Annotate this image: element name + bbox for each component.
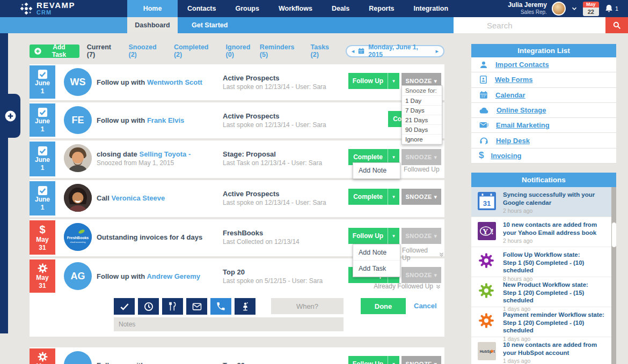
nav-item-contacts[interactable]: Contacts [178, 0, 225, 17]
integration-item-web-forms[interactable]: Web Forms [471, 72, 616, 87]
badge-day: 31 [39, 244, 46, 252]
activity-clock-button[interactable] [138, 298, 159, 315]
quick-add-tab[interactable] [0, 94, 20, 138]
task-subtitle: Snoozed from May 1, 2015 [97, 159, 220, 167]
snooze-option-ignore[interactable]: Ignore [402, 135, 442, 144]
contact-link[interactable]: Selling Toyota - [139, 150, 191, 158]
integration-item-invoicing[interactable]: $Invoicing [471, 148, 616, 164]
task-date-badge[interactable]: June1 [30, 142, 55, 176]
search-button[interactable] [605, 17, 628, 33]
nav-item-groups[interactable]: Groups [225, 0, 268, 17]
action-caret-button[interactable]: ▾ [388, 228, 399, 244]
svg-text:!: ! [491, 227, 494, 236]
snooze-option-1-day[interactable]: 1 Day [402, 96, 442, 106]
info-title: Top 20 [223, 361, 352, 364]
snooze-menu: Snooze for: 1 Day7 Days21 Days90 DaysIgn… [401, 85, 442, 145]
contact-avatar: AG [64, 262, 92, 290]
follow-up-button[interactable]: Follow Up [348, 356, 388, 364]
contact-link[interactable]: Veronica Steeve [111, 194, 165, 202]
cancel-button[interactable]: Cancel [414, 302, 437, 310]
notification-item[interactable]: 31 Syncing successfully with yourGoogle … [471, 187, 616, 217]
action-caret-button[interactable]: ▾ [388, 73, 399, 89]
menu-add-note[interactable]: Add Note [353, 244, 400, 261]
snooze-button[interactable]: SNOOZE ▾ [401, 149, 441, 165]
nav-item-reports[interactable]: Reports [359, 0, 404, 17]
task-date-badge[interactable]: June1 [30, 181, 55, 216]
snooze-button[interactable]: SNOOZE ▾ [401, 228, 441, 244]
notification-item[interactable]: Y! 10 new contacts are added fromyour Ya… [471, 217, 616, 247]
badge-day: 31 [39, 283, 46, 290]
task-info: Active Prospects Last spoke on 12/13/14 … [223, 180, 352, 216]
task-date-badge[interactable]: May31 [30, 259, 55, 293]
task-date-badge[interactable]: $May31 [30, 220, 55, 255]
revamp-crm-logo[interactable]: REVAMP CRM [19, 1, 75, 16]
integration-item-online-storage[interactable]: Online Storage [471, 103, 616, 118]
search-input[interactable] [454, 17, 605, 33]
meal-icon [167, 301, 178, 311]
notifications-bell[interactable]: 1 [604, 4, 618, 14]
user-avatar[interactable] [552, 2, 566, 16]
task-date-badge[interactable]: June1 [30, 103, 55, 137]
notification-item[interactable]: Follow Up Workflow state:Step 1 (50) Com… [471, 247, 616, 277]
info-subtitle: Last spoke on 12/13/14 - User: Sara [223, 121, 352, 129]
when-input[interactable] [271, 298, 344, 314]
svg-text:Y: Y [483, 227, 488, 236]
nav-item-deals[interactable]: Deals [322, 0, 359, 17]
contact-link[interactable]: Frank Elvis [147, 116, 184, 124]
activity-email-button[interactable] [186, 298, 207, 315]
notification-item[interactable]: Payment reminder Workflow state:Step 1 (… [471, 307, 616, 337]
notification-item[interactable]: HubSp✱t 10 new contacts are added fromyo… [471, 337, 616, 364]
chevron-down-icon[interactable] [571, 5, 578, 12]
checkbox-icon [38, 146, 48, 156]
menu-add-task[interactable]: Add Task [353, 261, 400, 277]
nav-item-workflows[interactable]: Workflows [269, 0, 322, 17]
integration-item-email-marketing[interactable]: Email Marketing [471, 118, 616, 133]
integration-item-import-contacts[interactable]: Import Contacts [471, 57, 616, 72]
nav-item-home[interactable]: Home [127, 0, 178, 17]
user-cluster: Julia Jeremy Sales Rep. May 22 1 [508, 0, 618, 17]
task-info: FreshBooks Last Collected on 12/13/14 [223, 219, 352, 255]
task-date-badge[interactable]: June1 [30, 65, 55, 99]
snooze-button[interactable]: SNOOZE ▾ [401, 267, 441, 283]
activity-meal-button[interactable] [162, 298, 183, 315]
contact-link[interactable]: Wentworth Scott [147, 78, 202, 86]
snooze-option-90-days[interactable]: 90 Days [402, 125, 442, 135]
snooze-button[interactable]: SNOOZE ▾ [401, 189, 441, 205]
integration-item-calendar[interactable]: Calendar [471, 88, 616, 103]
activity-meeting-button[interactable] [235, 298, 255, 315]
notes-input[interactable] [114, 317, 344, 331]
contact-link[interactable]: Andrew Geremy [147, 272, 200, 280]
integration-item-help-desk[interactable]: Help Desk [471, 133, 616, 148]
scrollbar-thumb[interactable] [612, 222, 616, 247]
activity-call-button[interactable] [210, 298, 231, 315]
snooze-button[interactable]: SNOOZE ▾ [401, 356, 441, 364]
task-date-badge[interactable]: May31 [30, 348, 55, 364]
tab-get-started[interactable]: Get Started [192, 21, 228, 29]
snooze-option-7-days[interactable]: 7 Days [402, 106, 442, 115]
snooze-option-21-days[interactable]: 21 Days [402, 115, 442, 125]
done-button[interactable]: Done [361, 298, 406, 314]
notifications-scrollbar[interactable] [611, 187, 616, 364]
checkbox-icon [38, 107, 48, 117]
action-caret-button[interactable]: ▾ [388, 189, 399, 205]
tab-dashboard[interactable]: Dashboard [127, 17, 178, 33]
activity-check-button[interactable] [114, 298, 135, 315]
badge-day: 22 [583, 8, 599, 16]
badge-month: May [36, 274, 48, 282]
follow-up-button[interactable]: Follow Up [348, 73, 388, 89]
double-chevron-icon [439, 251, 444, 257]
integration-label: Calendar [495, 91, 525, 99]
complete-button[interactable]: Complete [348, 189, 388, 205]
notification-item[interactable]: New Product Workflow state:Step 1 (20) C… [471, 277, 616, 307]
calendar-date-badge[interactable]: May 22 [583, 2, 599, 16]
info-title: Top 20 [223, 268, 352, 276]
integration-label: Import Contacts [495, 61, 549, 69]
user-info[interactable]: Julia Jeremy Sales Rep. [508, 2, 547, 15]
menu-add-note[interactable]: Add Note [353, 163, 400, 179]
notification-text: your Yahoo Email address book [503, 229, 597, 237]
nav-item-integration[interactable]: Integration [404, 0, 458, 17]
integration-list-panel: Integration List Import Contacts Web For… [471, 44, 616, 164]
action-caret-button[interactable]: ▾ [388, 356, 399, 364]
follow-up-button[interactable]: Follow Up [348, 228, 388, 244]
task-title: Follow up with Andrew Geremy [97, 258, 220, 294]
